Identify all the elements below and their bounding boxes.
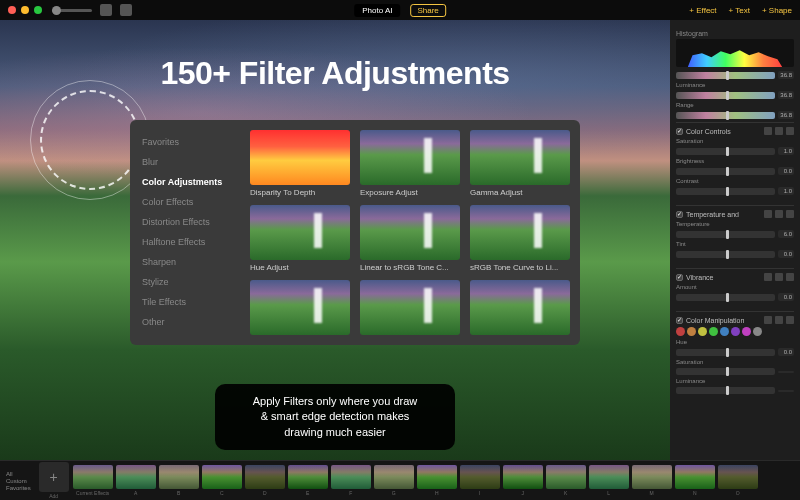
zoom-slider[interactable]	[52, 9, 92, 12]
add-text-button[interactable]: + Text	[729, 6, 750, 15]
reset-icon[interactable]	[775, 210, 783, 218]
preset-thumbnail-image	[159, 465, 199, 489]
share-button[interactable]: Share	[410, 4, 445, 17]
adjustment-slider[interactable]	[676, 294, 775, 301]
group-header: Color Controls	[676, 127, 794, 135]
group-checkbox[interactable]	[676, 274, 683, 281]
filter-item[interactable]: Hue Adjust	[250, 205, 350, 272]
preset-thumb[interactable]: C	[202, 465, 242, 496]
slider-value: 0.0	[778, 250, 794, 258]
color-swatch[interactable]	[720, 327, 729, 336]
more-icon[interactable]	[786, 273, 794, 281]
preset-thumb[interactable]: J	[503, 465, 543, 496]
color-swatch[interactable]	[676, 327, 685, 336]
filter-item[interactable]	[470, 280, 570, 335]
reset-icon[interactable]	[775, 273, 783, 281]
preset-label: H	[417, 490, 457, 496]
reset-icon[interactable]	[775, 316, 783, 324]
more-icon[interactable]	[786, 210, 794, 218]
preset-thumbnail-image	[331, 465, 371, 489]
more-icon[interactable]	[786, 127, 794, 135]
preset-thumb[interactable]: O	[718, 465, 758, 496]
preset-thumbnail-image	[116, 465, 156, 489]
adjustment-slider[interactable]	[676, 231, 775, 238]
filter-grid: Disparity To DepthExposure AdjustGamma A…	[240, 120, 580, 345]
filter-category[interactable]: Other	[130, 312, 240, 332]
luminance-slider[interactable]	[676, 92, 775, 99]
preset-thumb[interactable]: I	[460, 465, 500, 496]
reset-icon[interactable]	[775, 127, 783, 135]
preset-thumb[interactable]: D	[245, 465, 285, 496]
range-slider[interactable]	[676, 112, 775, 119]
color-swatch[interactable]	[709, 327, 718, 336]
user-icon[interactable]	[100, 4, 112, 16]
preset-thumb[interactable]: H	[417, 465, 457, 496]
gear-icon[interactable]	[764, 127, 772, 135]
filter-category[interactable]: Favorites	[130, 132, 240, 152]
color-swatch[interactable]	[742, 327, 751, 336]
filter-category[interactable]: Sharpen	[130, 252, 240, 272]
preset-filter-tab[interactable]: Favorites	[6, 485, 31, 491]
preset-thumb[interactable]: Current Effects	[73, 465, 113, 496]
gear-icon[interactable]	[764, 316, 772, 324]
preset-filter-tab[interactable]: Custom	[6, 478, 31, 484]
more-icon[interactable]	[786, 316, 794, 324]
minimize-icon[interactable]	[21, 6, 29, 14]
color-swatch[interactable]	[753, 327, 762, 336]
preset-thumb[interactable]: A	[116, 465, 156, 496]
adjustment-slider[interactable]	[676, 168, 775, 175]
brush-selection-circle[interactable]	[40, 90, 140, 190]
filter-category-list: FavoritesBlurColor AdjustmentsColor Effe…	[130, 120, 240, 345]
filter-item[interactable]	[250, 280, 350, 335]
filter-category[interactable]: Blur	[130, 152, 240, 172]
preset-thumb[interactable]: N	[675, 465, 715, 496]
gear-icon[interactable]	[764, 273, 772, 281]
close-icon[interactable]	[8, 6, 16, 14]
adjustment-slider[interactable]	[676, 387, 775, 394]
color-swatch[interactable]	[731, 327, 740, 336]
add-preset-label: Add	[39, 493, 69, 499]
slider-label: Tint	[676, 241, 794, 247]
filter-category[interactable]: Stylize	[130, 272, 240, 292]
add-shape-button[interactable]: + Shape	[762, 6, 792, 15]
preset-filter-tab[interactable]: All	[6, 471, 31, 477]
add-effect-button[interactable]: + Effect	[689, 6, 716, 15]
preset-thumb[interactable]: B	[159, 465, 199, 496]
filter-item[interactable]: Gamma Adjust	[470, 130, 570, 197]
color-swatch[interactable]	[698, 327, 707, 336]
filter-category[interactable]: Halftone Effects	[130, 232, 240, 252]
filter-category[interactable]: Distortion Effects	[130, 212, 240, 232]
filter-category[interactable]: Tile Effects	[130, 292, 240, 312]
filter-item[interactable]: sRGB Tone Curve to Li...	[470, 205, 570, 272]
filter-item[interactable]: Exposure Adjust	[360, 130, 460, 197]
tool-icon[interactable]	[120, 4, 132, 16]
group-checkbox[interactable]	[676, 211, 683, 218]
preset-thumb[interactable]: L	[589, 465, 629, 496]
canvas[interactable]: 150+ Filter Adjustments FavoritesBlurCol…	[0, 20, 670, 460]
color-swatch[interactable]	[687, 327, 696, 336]
preset-thumb[interactable]: K	[546, 465, 586, 496]
filter-item[interactable]: Linear to sRGB Tone C...	[360, 205, 460, 272]
preset-thumb[interactable]: E	[288, 465, 328, 496]
adjustment-slider[interactable]	[676, 188, 775, 195]
filter-category[interactable]: Color Effects	[130, 192, 240, 212]
adjustment-slider[interactable]	[676, 368, 775, 375]
filter-category[interactable]: Color Adjustments	[130, 172, 240, 192]
filter-thumbnail	[360, 205, 460, 260]
group-checkbox[interactable]	[676, 317, 683, 324]
filter-item[interactable]: Disparity To Depth	[250, 130, 350, 197]
add-preset-button[interactable]: +	[39, 462, 69, 492]
adjustment-slider[interactable]	[676, 148, 775, 155]
maximize-icon[interactable]	[34, 6, 42, 14]
adjustment-slider[interactable]	[676, 349, 775, 356]
gear-icon[interactable]	[764, 210, 772, 218]
histogram-range-slider[interactable]	[676, 72, 775, 79]
preset-thumb[interactable]: G	[374, 465, 414, 496]
adjustment-slider[interactable]	[676, 251, 775, 258]
preset-thumb[interactable]: M	[632, 465, 672, 496]
group-checkbox[interactable]	[676, 128, 683, 135]
preset-thumb[interactable]: F	[331, 465, 371, 496]
tooltip-line: drawing much easier	[233, 425, 437, 440]
filter-item[interactable]	[360, 280, 460, 335]
group-title: Color Controls	[686, 128, 731, 135]
